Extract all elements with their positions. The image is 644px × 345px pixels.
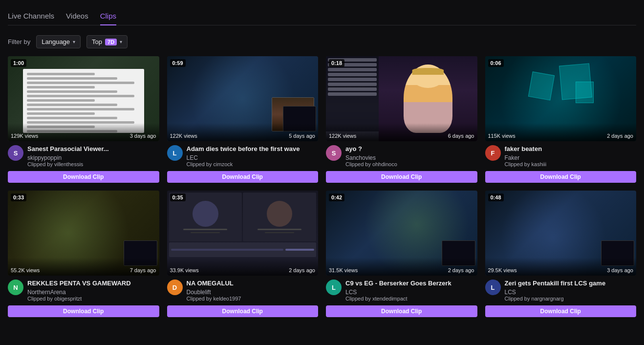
clip-channel-1: skippypoppin bbox=[27, 154, 159, 161]
duration-badge-4: 0:06 bbox=[488, 59, 504, 67]
top-filter-label: Top bbox=[92, 38, 102, 45]
clip-clipped-by-1: Clipped by villenthessis bbox=[27, 161, 159, 167]
avatar-1: S bbox=[8, 145, 23, 161]
clip-clipped-by-2: Clipped by cimzock bbox=[187, 161, 319, 167]
avatar-5: N bbox=[8, 280, 23, 295]
clip-info-7: L C9 vs EG - Berserker Goes Berzerk LCS … bbox=[326, 280, 477, 302]
download-clip-button-2[interactable]: Download Clip bbox=[167, 171, 319, 183]
timestamp-7: 2 days ago bbox=[448, 267, 474, 273]
duration-badge-2: 0:59 bbox=[170, 59, 186, 67]
duration-badge-8: 0:48 bbox=[488, 194, 504, 201]
clip-meta-6: NA OMEGALUL Doublelift Clipped by keldeo… bbox=[187, 280, 319, 302]
clip-title-4: faker beaten bbox=[505, 145, 637, 153]
clip-clipped-by-3: Clipped by ohhdinoco bbox=[345, 161, 477, 167]
clip-card-7[interactable]: 0:42 31.5K views 2 days ago L C9 vs EG -… bbox=[326, 191, 477, 317]
clip-title-6: NA OMEGALUL bbox=[187, 280, 319, 288]
clip-meta-1: Sanest Parasocial Viewer... skippypoppin… bbox=[27, 145, 159, 167]
clip-thumbnail-6[interactable]: 0:35 33.9K views 2 days ago bbox=[167, 191, 319, 276]
clip-meta-7: C9 vs EG - Berserker Goes Berzerk LCS Cl… bbox=[345, 280, 477, 302]
clip-card-1[interactable]: 1:00 129K views 3 days ago S Sanest Para… bbox=[8, 56, 159, 183]
avatar-4: F bbox=[485, 145, 501, 161]
views-count-5: 55.2K views bbox=[11, 267, 40, 273]
clip-meta-8: Zeri gets Pentakill first LCS game LCS C… bbox=[505, 280, 637, 302]
clip-info-2: L Adam dies twice before the first wave … bbox=[167, 145, 319, 167]
views-count-6: 33.9K views bbox=[170, 267, 199, 273]
language-chevron-icon: ▾ bbox=[73, 39, 75, 44]
language-filter-label: Language bbox=[42, 38, 70, 45]
avatar-8: L bbox=[485, 280, 501, 295]
filter-bar: Filter by Language ▾ Top 7D ▾ bbox=[8, 35, 636, 48]
duration-badge-1: 1:00 bbox=[11, 59, 26, 67]
duration-badge-5: 0:33 bbox=[11, 194, 26, 201]
clip-thumbnail-2[interactable]: 0:59 122K views 5 days ago bbox=[167, 56, 319, 141]
duration-badge-3: 0:18 bbox=[329, 59, 344, 67]
clip-channel-7: LCS bbox=[345, 289, 477, 296]
timestamp-4: 2 days ago bbox=[607, 133, 633, 139]
download-clip-button-7[interactable]: Download Clip bbox=[326, 305, 477, 317]
download-clip-button-5[interactable]: Download Clip bbox=[8, 305, 159, 317]
download-clip-button-3[interactable]: Download Clip bbox=[326, 171, 477, 183]
clip-thumbnail-1[interactable]: 1:00 129K views 3 days ago bbox=[8, 56, 159, 141]
clip-title-1: Sanest Parasocial Viewer... bbox=[27, 145, 159, 153]
clip-thumbnail-4[interactable]: 0:06 115K views 2 days ago bbox=[485, 56, 637, 141]
clip-thumbnail-7[interactable]: 0:42 31.5K views 2 days ago bbox=[326, 191, 477, 276]
avatar-7: L bbox=[326, 280, 342, 295]
views-count-4: 115K views bbox=[488, 133, 515, 139]
timestamp-2: 5 days ago bbox=[289, 133, 315, 139]
clip-channel-8: LCS bbox=[505, 289, 637, 296]
tab-videos[interactable]: Videos bbox=[66, 8, 88, 25]
clip-card-2[interactable]: 0:59 122K views 5 days ago L Adam dies t… bbox=[167, 56, 319, 183]
clip-thumbnail-3[interactable]: 0:18 122K views 6 days ago bbox=[326, 56, 477, 141]
clip-card-4[interactable]: 0:06 115K views 2 days ago F faker beate… bbox=[485, 56, 637, 183]
timestamp-8: 3 days ago bbox=[607, 267, 633, 273]
clip-meta-5: REKKLES PENTA VS GAMEWARD NorthernArena … bbox=[27, 280, 159, 302]
avatar-3: S bbox=[326, 145, 342, 161]
clip-clipped-by-4: Clipped by kashiii bbox=[505, 161, 637, 167]
clip-meta-2: Adam dies twice before the first wave LE… bbox=[187, 145, 319, 167]
clip-info-5: N REKKLES PENTA VS GAMEWARD NorthernAren… bbox=[8, 280, 159, 302]
download-clip-button-4[interactable]: Download Clip bbox=[485, 171, 637, 183]
duration-badge-7: 0:42 bbox=[329, 194, 344, 201]
views-count-3: 122K views bbox=[329, 133, 356, 139]
download-clip-button-6[interactable]: Download Clip bbox=[167, 305, 319, 317]
clip-info-4: F faker beaten Faker Clipped by kashiii bbox=[485, 145, 637, 167]
clip-title-7: C9 vs EG - Berserker Goes Berzerk bbox=[345, 280, 477, 288]
top-filter-button[interactable]: Top 7D ▾ bbox=[86, 35, 128, 48]
clip-channel-2: LEC bbox=[187, 154, 319, 161]
clip-thumbnail-8[interactable]: 0:48 29.5K views 3 days ago bbox=[485, 191, 637, 276]
duration-badge-6: 0:35 bbox=[170, 194, 186, 201]
clip-info-8: L Zeri gets Pentakill first LCS game LCS… bbox=[485, 280, 637, 302]
clip-info-3: S ayo ? Sanchovies Clipped by ohhdinoco bbox=[326, 145, 477, 167]
clip-info-1: S Sanest Parasocial Viewer... skippypopp… bbox=[8, 145, 159, 167]
clip-clipped-by-7: Clipped by xtendedimpact bbox=[345, 296, 477, 302]
views-count-1: 129K views bbox=[11, 133, 38, 139]
clip-card-6[interactable]: 0:35 33.9K views 2 days ago D NA OMEGALU… bbox=[167, 191, 319, 317]
language-filter-button[interactable]: Language ▾ bbox=[36, 35, 81, 48]
clip-title-5: REKKLES PENTA VS GAMEWARD bbox=[27, 280, 159, 288]
tab-clips[interactable]: Clips bbox=[100, 8, 116, 25]
views-count-8: 29.5K views bbox=[488, 267, 517, 273]
clip-card-3[interactable]: 0:18 122K views 6 days ago S ayo ? Sanch… bbox=[326, 56, 477, 183]
timestamp-3: 6 days ago bbox=[448, 133, 474, 139]
avatar-6: D bbox=[167, 280, 183, 295]
clip-card-5[interactable]: 0:33 55.2K views 7 days ago N REKKLES PE… bbox=[8, 191, 159, 317]
avatar-2: L bbox=[167, 145, 183, 161]
clip-thumbnail-5[interactable]: 0:33 55.2K views 7 days ago bbox=[8, 191, 159, 276]
clip-clipped-by-5: Clipped by obigespritzt bbox=[27, 296, 159, 302]
clips-grid: 1:00 129K views 3 days ago S Sanest Para… bbox=[8, 56, 636, 317]
top-chevron-icon: ▾ bbox=[120, 39, 122, 44]
clip-title-3: ayo ? bbox=[345, 145, 477, 153]
top-filter-badge: 7D bbox=[105, 39, 117, 45]
views-count-7: 31.5K views bbox=[329, 267, 358, 273]
tab-live-channels[interactable]: Live Channels bbox=[8, 8, 54, 25]
clip-meta-3: ayo ? Sanchovies Clipped by ohhdinoco bbox=[345, 145, 477, 167]
clip-info-6: D NA OMEGALUL Doublelift Clipped by keld… bbox=[167, 280, 319, 302]
download-clip-button-8[interactable]: Download Clip bbox=[485, 305, 637, 317]
clip-meta-4: faker beaten Faker Clipped by kashiii bbox=[505, 145, 637, 167]
download-clip-button-1[interactable]: Download Clip bbox=[8, 171, 159, 183]
views-count-2: 122K views bbox=[170, 133, 197, 139]
clip-channel-6: Doublelift bbox=[187, 289, 319, 296]
clip-channel-3: Sanchovies bbox=[345, 154, 477, 161]
clip-card-8[interactable]: 0:48 29.5K views 3 days ago L Zeri gets … bbox=[485, 191, 637, 317]
timestamp-6: 2 days ago bbox=[289, 267, 315, 273]
